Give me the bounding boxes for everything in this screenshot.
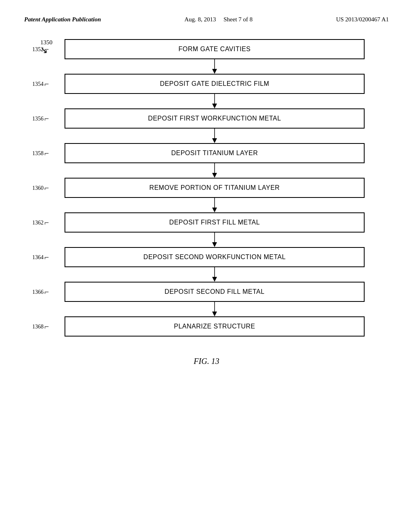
step-box-1368: PLANARIZE STRUCTURE [65, 316, 365, 337]
patent-page: Patent Application Publication Aug. 8, 2… [0, 0, 413, 532]
step-label-1352: 1352 ⌐ [32, 45, 49, 54]
svg-marker-15 [212, 312, 217, 316]
flow-step-1356: 1356 ⌐ DEPOSIT FIRST WORKFUNCTION METAL [65, 108, 365, 129]
step-box-1358: DEPOSIT TITANIUM LAYER [65, 143, 365, 163]
header-publication-type: Patent Application Publication [24, 16, 101, 23]
arrow-2 [65, 94, 365, 108]
step-box-1360: REMOVE PORTION OF TITANIUM LAYER [65, 178, 365, 198]
flow-step-1366: 1366 ⌐ DEPOSIT SECOND FILL METAL [65, 282, 365, 302]
arrow-3 [65, 129, 365, 143]
step-box-1364: DEPOSIT SECOND WORKFUNCTION METAL [65, 247, 365, 267]
svg-marker-7 [212, 173, 217, 178]
header-date-sheet: Aug. 8, 2013 Sheet 7 of 8 [184, 16, 252, 23]
step-box-1354: DEPOSIT GATE DIELECTRIC FILM [65, 74, 365, 94]
arrow-8 [65, 302, 365, 316]
svg-marker-13 [212, 277, 217, 282]
step-label-1362: 1362 ⌐ [32, 218, 49, 227]
step-label-1358: 1358 ⌐ [32, 149, 49, 158]
header-patent-number: US 2013/0200467 A1 [336, 16, 389, 23]
svg-marker-3 [212, 104, 217, 108]
flow-step-1358: 1358 ⌐ DEPOSIT TITANIUM LAYER [65, 143, 365, 163]
flow-step-1352: 1352 ⌐ FORM GATE CAVITIES [65, 39, 365, 59]
flow-step-1362: 1362 ⌐ DEPOSIT FIRST FILL METAL [65, 212, 365, 233]
step-label-1360: 1360 ⌐ [32, 183, 49, 193]
step-box-1366: DEPOSIT SECOND FILL METAL [65, 282, 365, 302]
step-box-1362: DEPOSIT FIRST FILL METAL [65, 212, 365, 233]
step-label-1364: 1364 ⌐ [32, 253, 49, 262]
flow-step-1368: 1368 ⌐ PLANARIZE STRUCTURE [65, 316, 365, 337]
arrow-7 [65, 267, 365, 282]
step-label-1356: 1356 ⌐ [32, 114, 49, 123]
header-sheet: Sheet 7 of 8 [223, 16, 252, 23]
svg-marker-11 [212, 242, 217, 247]
svg-marker-5 [212, 138, 217, 143]
svg-marker-9 [212, 208, 217, 212]
step-label-1354: 1354 ⌐ [32, 79, 49, 89]
figure-label: FIG. 13 [24, 357, 389, 366]
header-date: Aug. 8, 2013 [184, 16, 216, 23]
step-box-1356: DEPOSIT FIRST WORKFUNCTION METAL [65, 108, 365, 129]
arrow-1 [65, 59, 365, 74]
flowchart: 1352 ⌐ FORM GATE CAVITIES 1354 ⌐ DEPOSIT… [65, 39, 365, 337]
flow-step-1360: 1360 ⌐ REMOVE PORTION OF TITANIUM LAYER [65, 178, 365, 198]
flow-step-1364: 1364 ⌐ DEPOSIT SECOND WORKFUNCTION METAL [65, 247, 365, 267]
arrow-5 [65, 198, 365, 212]
arrow-6 [65, 233, 365, 247]
svg-marker-1 [212, 69, 217, 74]
arrow-4 [65, 163, 365, 178]
flow-step-1354: 1354 ⌐ DEPOSIT GATE DIELECTRIC FILM [65, 74, 365, 94]
page-header: Patent Application Publication Aug. 8, 2… [24, 16, 389, 23]
step-label-1368: 1368 ⌐ [32, 322, 49, 331]
step-box-1352: FORM GATE CAVITIES [65, 39, 365, 59]
step-label-1366: 1366 ⌐ [32, 287, 49, 297]
